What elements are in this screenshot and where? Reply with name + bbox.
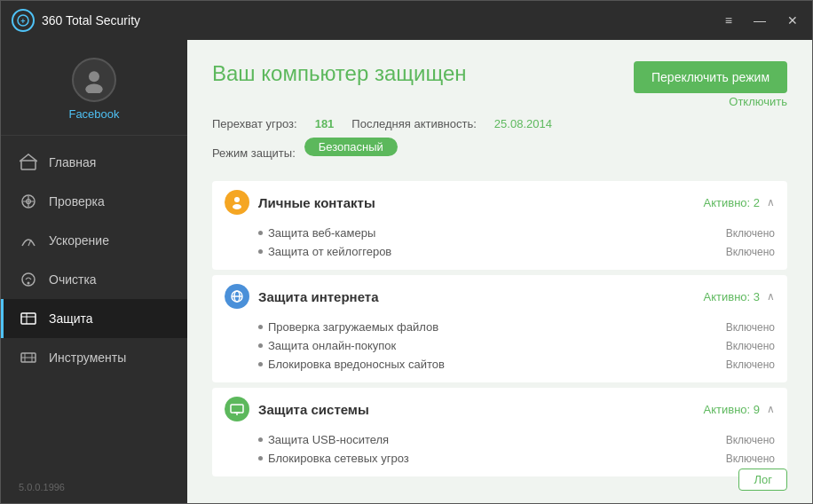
- bullet-icon: [258, 325, 263, 329]
- svg-point-2: [89, 71, 99, 82]
- sidebar-label-clean: Очистка: [49, 272, 97, 287]
- sidebar-item-protect[interactable]: Защита: [1, 299, 187, 338]
- version-text: 5.0.0.1996: [1, 471, 187, 503]
- threats-count: 181: [315, 117, 335, 130]
- minimize-button[interactable]: —: [750, 12, 770, 29]
- list-item: Защита онлайн-покупок Включено: [258, 336, 775, 355]
- app-title: 360 Total Security: [42, 13, 140, 28]
- list-item: Блокировка вредоносных сайтов Включено: [258, 355, 775, 374]
- sidebar-item-scan[interactable]: Проверка: [1, 182, 187, 221]
- scan-icon: [19, 192, 38, 211]
- section-title-internet: Защита интернета: [258, 289, 704, 304]
- item-label: Защита USB-носителя: [268, 433, 389, 446]
- item-label: Защита веб-камеры: [268, 226, 375, 240]
- item-label: Блокировка сетевых угроз: [268, 452, 409, 465]
- bullet-icon: [258, 437, 263, 442]
- item-label: Проверка загружаемых файлов: [268, 320, 438, 334]
- sidebar-label-tools: Инструменты: [49, 350, 126, 365]
- mode-label: Режим защиты:: [212, 146, 296, 160]
- item-status: Включено: [726, 321, 775, 334]
- menu-button[interactable]: ≡: [722, 12, 736, 29]
- section-icon-internet: [225, 284, 249, 309]
- close-button[interactable]: ✕: [784, 12, 801, 29]
- svg-point-18: [233, 204, 241, 209]
- protected-title: Ваш компьютер защищен: [212, 61, 467, 86]
- nav-items: Главная Проверка: [1, 136, 187, 471]
- item-label: Защита от кейлоггеров: [268, 245, 391, 258]
- log-button[interactable]: Лог: [738, 469, 787, 491]
- list-item: Защита USB-носителя Включено: [258, 430, 775, 449]
- section-icon-personal: [225, 190, 249, 215]
- switch-mode-button[interactable]: Переключить режим: [634, 61, 787, 93]
- home-icon: [19, 153, 38, 172]
- item-label: Защита онлайн-покупок: [268, 339, 396, 352]
- sidebar-label-protect: Защита: [49, 311, 93, 326]
- section-active-system: Активно: 9: [704, 403, 761, 416]
- user-section: Facebook: [1, 40, 187, 136]
- item-status: Включено: [726, 227, 775, 240]
- title-bar-left: + 360 Total Security: [12, 9, 140, 32]
- section-active-internet: Активно: 3: [704, 290, 761, 303]
- chevron-system: ∧: [767, 403, 775, 415]
- section-icon-system: [225, 397, 249, 421]
- section-header-personal[interactable]: Личные контакты Активно: 2 ∧: [212, 181, 787, 224]
- activity-label: Последняя активность:: [351, 117, 477, 130]
- item-status: Включено: [726, 340, 775, 352]
- content-header: Ваш компьютер защищен Переключить режим …: [212, 61, 787, 108]
- section-items-personal: Защита веб-камеры Включено Защита от кей…: [212, 224, 787, 270]
- header-right: Переключить режим Отключить: [634, 61, 787, 108]
- list-item: Блокировка сетевых угроз Включено: [258, 449, 775, 468]
- sidebar-item-speed[interactable]: Ускорение: [1, 221, 187, 260]
- window-controls: ≡ — ✕: [722, 12, 801, 29]
- section-internet: Защита интернета Активно: 3 ∧ Проверка з…: [212, 275, 787, 382]
- sidebar-label-scan: Проверка: [49, 194, 105, 209]
- svg-point-17: [234, 197, 240, 202]
- protect-icon: [19, 309, 38, 328]
- sidebar-label-speed: Ускорение: [49, 233, 109, 248]
- mode-row: Режим защиты: Безопасный: [212, 138, 787, 169]
- section-title-system: Защита системы: [258, 402, 704, 417]
- activity-date: 25.08.2014: [494, 117, 552, 130]
- list-item: Проверка загружаемых файлов Включено: [258, 318, 775, 336]
- svg-point-3: [85, 84, 103, 94]
- sidebar-label-home: Главная: [49, 155, 96, 169]
- title-bar: + 360 Total Security ≡ — ✕: [1, 1, 812, 40]
- bullet-icon: [258, 343, 263, 348]
- section-header-internet[interactable]: Защита интернета Активно: 3 ∧: [212, 275, 787, 318]
- sidebar-item-clean[interactable]: Очистка: [1, 260, 187, 299]
- bullet-icon: [258, 362, 263, 366]
- threats-label: Перехват угроз:: [212, 117, 297, 130]
- svg-rect-22: [231, 405, 243, 413]
- item-status: Включено: [726, 246, 775, 258]
- avatar: [72, 58, 116, 102]
- sidebar: Facebook Главная: [1, 40, 187, 503]
- sidebar-item-home[interactable]: Главная: [1, 143, 187, 182]
- section-header-system[interactable]: Защита системы Активно: 9 ∧: [212, 388, 787, 430]
- section-active-personal: Активно: 2: [704, 196, 761, 209]
- svg-rect-10: [21, 313, 36, 324]
- svg-text:+: +: [20, 17, 25, 26]
- item-status: Включено: [726, 453, 775, 465]
- section-items-system: Защита USB-носителя Включено Блокировка …: [212, 430, 787, 476]
- svg-rect-4: [21, 161, 36, 169]
- bullet-icon: [258, 231, 263, 235]
- item-status: Включено: [726, 358, 775, 371]
- user-name: Facebook: [68, 107, 119, 121]
- section-system: Защита системы Активно: 9 ∧ Защита USB-н…: [212, 388, 787, 476]
- section-personal: Личные контакты Активно: 2 ∧ Защита веб-…: [212, 181, 787, 270]
- section-items-internet: Проверка загружаемых файлов Включено Защ…: [212, 318, 787, 382]
- bullet-icon: [258, 456, 263, 461]
- chevron-internet: ∧: [767, 290, 775, 303]
- item-status: Включено: [726, 434, 775, 446]
- header-stats: Перехват угроз: 181 Последняя активность…: [212, 117, 787, 130]
- main-layout: Facebook Главная: [1, 40, 812, 503]
- app-logo-icon: +: [12, 9, 35, 32]
- content-area: Ваш компьютер защищен Переключить режим …: [187, 40, 812, 503]
- app-window: + 360 Total Security ≡ — ✕ Facebook: [0, 0, 813, 504]
- svg-point-9: [28, 282, 30, 285]
- sidebar-item-tools[interactable]: Инструменты: [1, 338, 187, 377]
- disable-link[interactable]: Отключить: [634, 95, 787, 108]
- section-title-personal: Личные контакты: [258, 195, 704, 210]
- speed-icon: [19, 231, 38, 250]
- item-label: Блокировка вредоносных сайтов: [268, 358, 445, 371]
